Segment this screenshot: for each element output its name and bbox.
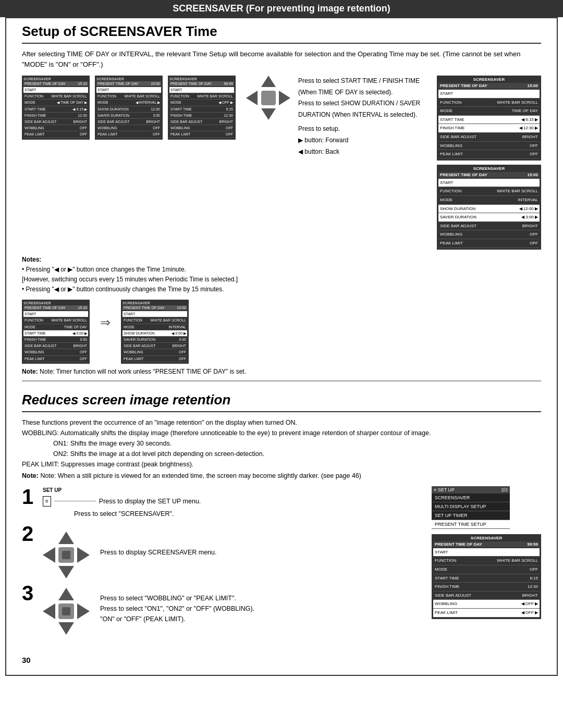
ss-section2-panel: SCREENSAVER PRESENT TIME OF DAY99:99 STA… [432, 534, 541, 619]
ss-right-panel-1: SCREENSAVER PRESENT TIME OF DAY15:00 STA… [437, 76, 541, 161]
section2: Reduces screen image retention These fun… [22, 387, 541, 639]
section1-intro: After selecting TIME OF DAY or INTERVAL,… [22, 49, 541, 69]
dpad-step2[interactable] [43, 532, 90, 578]
screensaver-panel-1: SCREENSAVER PRESENT TIME OF DAY 15:10 ST… [22, 76, 90, 140]
divider-1 [22, 380, 541, 381]
step3-row: 3 [22, 583, 421, 635]
section2-title: Reduces screen image retention [22, 387, 541, 412]
dpad-step3[interactable] [43, 588, 90, 635]
screensaver-panel-5: SCREENSAVER PRESENT TIME OF DAY15:00 STA… [121, 300, 189, 364]
top-panels-row: SCREENSAVER PRESENT TIME OF DAY 15:10 ST… [22, 76, 541, 250]
step2-row: 2 [22, 523, 421, 578]
dpad-top[interactable] [246, 76, 290, 120]
arrow-right: ⇒ [100, 315, 111, 330]
step1-row: 1 SET UP ≡ —————————— Press to display t… [22, 486, 421, 519]
right-panels-top: SCREENSAVER PRESENT TIME OF DAY15:00 STA… [437, 76, 541, 250]
screensaver-panel-2: SCREENSAVER PRESENT TIME OF DAY 15:00 ST… [95, 76, 163, 140]
page-number: 30 [22, 656, 31, 664]
bottom-panels-row: SCREENSAVER PRESENT TIME OF DAY15:10 STA… [22, 300, 541, 364]
section2-right-panels: ≡ SET UP 2/2 SCREENSAVER MULTI DISPLAY S… [432, 486, 541, 619]
section2-intro: These functions prevent the occurrence o… [22, 417, 541, 481]
notes-section: Notes: • Pressing "◀ or ▶" button once c… [22, 255, 541, 295]
screensaver-panel-3: SCREENSAVER PRESENT TIME OF DAY 99:99 ST… [168, 76, 236, 140]
screensaver-panel-4: SCREENSAVER PRESENT TIME OF DAY15:10 STA… [22, 300, 90, 364]
top-instructions: Press to select START TIME / FINISH TIME… [298, 76, 420, 157]
section1-title: Setup of SCREENSAVER Time [22, 18, 541, 44]
top-header-text: SCREENSAVER (For preventing image retent… [173, 3, 390, 14]
top-header: SCREENSAVER (For preventing image retent… [0, 0, 563, 17]
timer-note: Note: Note: Timer function will not work… [22, 368, 541, 375]
setup-icon: ≡ [43, 496, 51, 507]
steps-container: 1 SET UP ≡ —————————— Press to display t… [22, 486, 421, 639]
ss-right-panel-2: SCREENSAVER PRESENT TIME OF DAY15:00 STA… [437, 165, 541, 250]
setup-menu-panel: ≡ SET UP 2/2 SCREENSAVER MULTI DISPLAY S… [432, 486, 541, 529]
